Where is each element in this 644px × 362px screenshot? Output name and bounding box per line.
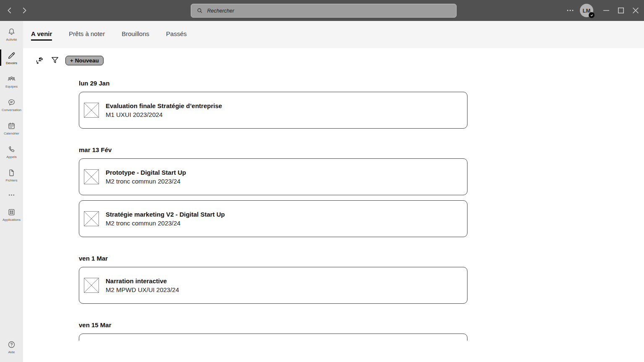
assignment-title: Stratégie marketing V2 - Digital Start U… [106, 210, 225, 219]
maximize-icon [616, 5, 626, 16]
presence-check-icon [589, 12, 595, 18]
forward-icon [20, 6, 29, 15]
sidebar-item-conversation[interactable]: Conversation [0, 93, 23, 116]
tab-passes[interactable]: Passés [166, 29, 187, 41]
apps-icon [7, 208, 16, 217]
assignment-title: Evaluation finale Stratégie d’entreprise [106, 101, 222, 110]
assignment-text: Narration interactiveM2 MPWD UX/UI 2023/… [106, 277, 179, 294]
date-group: ven 1 MarNarration interactiveM2 MPWD UX… [79, 255, 467, 304]
filter-button[interactable] [50, 55, 60, 65]
assignment-text: Prototype - Digital Start UpM2 tronc com… [106, 168, 186, 186]
search-icon [196, 7, 203, 14]
sidebar-item-activité[interactable]: Activité [0, 23, 23, 46]
close-icon [631, 5, 641, 16]
chat-icon [7, 98, 16, 107]
image-placeholder-icon [84, 211, 99, 226]
filter-icon [50, 55, 60, 65]
sidebar-item-label: Conversation [2, 108, 21, 112]
assignment-title: Narration interactive [106, 277, 179, 285]
sidebar-item-calendrier[interactable]: Calendrier [0, 116, 23, 140]
sidebar-item-label: Devoirs [6, 61, 17, 65]
tab-bar: A venir Prêts à noter Brouillons Passés [23, 21, 644, 48]
history-nav [5, 0, 29, 21]
maximize-button[interactable] [616, 5, 626, 16]
group-date: ven 15 Mar [79, 322, 467, 328]
sidebar-item-devoirs[interactable]: Devoirs [0, 46, 23, 70]
date-group: ven 15 Mar [79, 322, 467, 341]
sidebar-item-label: Calendrier [4, 132, 19, 135]
close-button[interactable] [631, 5, 641, 16]
group-date: mar 13 Fév [79, 147, 467, 153]
search-input[interactable]: Rechercher [191, 4, 457, 18]
assignments-toolbar: + Nouveau [34, 55, 104, 65]
sidebar-item-label: Fichiers [5, 178, 17, 182]
image-placeholder-icon [84, 278, 99, 293]
date-group: mar 13 FévPrototype - Digital Start UpM2… [79, 147, 467, 237]
sidebar-spacer [0, 226, 23, 335]
sidebar-item-label: Activité [6, 38, 17, 41]
file-icon [7, 168, 16, 177]
tab-a-venir[interactable]: A venir [31, 29, 52, 41]
assignment-text: Evaluation finale Stratégie d’entreprise… [106, 101, 222, 119]
sync-people-icon [34, 55, 44, 65]
sidebar-item-equipes[interactable]: Equipes [0, 70, 23, 93]
group-date: ven 1 Mar [79, 255, 467, 261]
assignment-card[interactable]: Narration interactiveM2 MPWD UX/UI 2023/… [79, 267, 467, 304]
bell-icon [7, 28, 16, 36]
tab-prets-a-noter[interactable]: Prêts à noter [69, 29, 105, 41]
back-icon [5, 6, 14, 15]
image-placeholder-icon [84, 103, 99, 118]
assignments-panel: + Nouveau lun 29 JanEvaluation finale St… [23, 48, 644, 362]
assignment-class: M2 tronc commun 2023/24 [106, 177, 186, 186]
assignment-card[interactable]: Prototype - Digital Start UpM2 tronc com… [79, 158, 467, 195]
titlebar-controls: LM [565, 0, 641, 21]
sidebar-item-fichiers[interactable]: Fichiers [0, 163, 23, 187]
sidebar-item-applications[interactable]: Applications [0, 203, 23, 226]
minimize-button[interactable] [601, 5, 611, 16]
active-indicator [0, 49, 1, 66]
assignment-class: M2 tronc commun 2023/24 [106, 219, 225, 228]
sidebar-nav: ActivitéDevoirsEquipesConversationCalend… [0, 21, 23, 362]
sidebar-item-label: Equipes [5, 85, 18, 88]
phone-icon [7, 145, 16, 154]
tab-brouillons[interactable]: Brouillons [122, 29, 149, 41]
assignment-list: lun 29 JanEvaluation finale Stratégie d’… [79, 80, 467, 341]
people-icon [7, 75, 16, 83]
help-icon [7, 340, 16, 349]
back-button[interactable] [5, 6, 14, 15]
assignment-card[interactable] [79, 334, 467, 341]
group-date: lun 29 Jan [79, 80, 467, 86]
assignment-title: Prototype - Digital Start Up [106, 168, 186, 177]
sidebar-item-appels[interactable]: Appels [0, 140, 23, 163]
ellipsis-icon [7, 191, 16, 199]
assignment-card[interactable]: Stratégie marketing V2 - Digital Start U… [79, 200, 467, 237]
calendar-icon [7, 122, 16, 130]
title-bar: Rechercher LM [0, 0, 644, 21]
pencil-icon [7, 51, 16, 60]
more-options-button[interactable] [565, 5, 575, 16]
avatar[interactable]: LM [580, 4, 593, 17]
minimize-icon [601, 5, 611, 16]
sidebar-item-label: Appels [6, 155, 16, 159]
image-placeholder-icon [84, 169, 99, 184]
sidebar-item-label: Applications [3, 218, 21, 222]
assignment-class: M1 UXUI 2023/2024 [106, 110, 222, 119]
assignment-card[interactable]: Evaluation finale Stratégie d’entreprise… [79, 92, 467, 129]
sidebar-item-more[interactable] [0, 187, 23, 203]
date-group: lun 29 JanEvaluation finale Stratégie d’… [79, 80, 467, 129]
assignment-class: M2 MPWD UX/UI 2023/24 [106, 285, 179, 294]
forward-button[interactable] [20, 6, 29, 15]
assignment-text: Stratégie marketing V2 - Digital Start U… [106, 210, 225, 228]
sidebar-item-label: Aide [8, 350, 15, 354]
more-options-icon [565, 5, 575, 16]
sidebar-item-aide[interactable]: Aide [0, 335, 23, 359]
new-assignment-button[interactable]: + Nouveau [65, 56, 104, 65]
search-placeholder: Rechercher [207, 8, 234, 14]
sync-people-button[interactable] [34, 55, 44, 65]
